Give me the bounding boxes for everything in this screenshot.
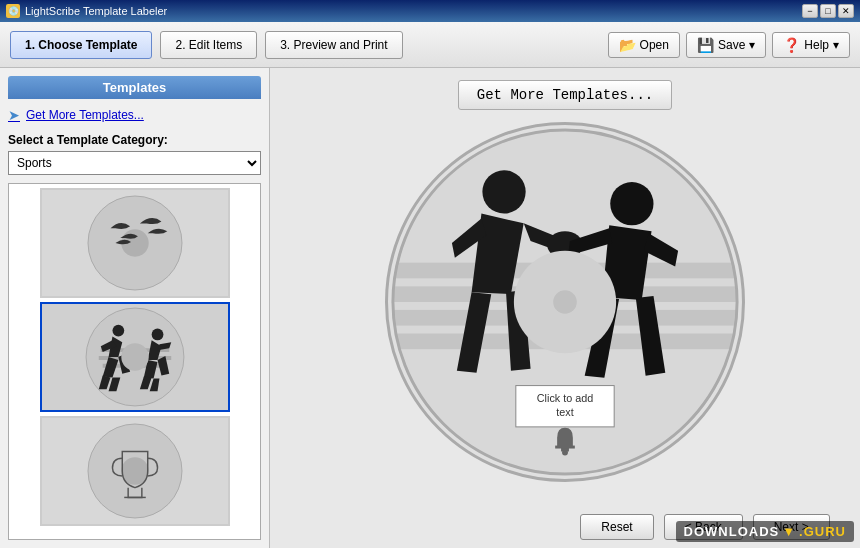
- svg-rect-29: [555, 446, 575, 449]
- template-list: [8, 183, 261, 540]
- cd-stripes-svg: Click to add text: [388, 125, 742, 479]
- svg-point-8: [112, 325, 124, 337]
- svg-point-30: [562, 450, 568, 456]
- svg-text:text: text: [556, 406, 573, 418]
- title-bar: 💿 LightScribe Template Labeler − □ ✕: [0, 0, 860, 22]
- svg-point-22: [610, 182, 653, 225]
- right-panel: Get More Templates...: [270, 68, 860, 548]
- save-dropdown-icon[interactable]: ▾: [749, 38, 755, 52]
- template-item-3[interactable]: [40, 416, 230, 526]
- watermark-guru: .GURU: [799, 524, 846, 539]
- help-dropdown-icon[interactable]: ▾: [833, 38, 839, 52]
- window-title: LightScribe Template Labeler: [25, 5, 167, 17]
- step2-button[interactable]: 2. Edit Items: [160, 31, 257, 59]
- open-button[interactable]: 📂 Open: [608, 32, 680, 58]
- category-label: Select a Template Category:: [8, 133, 261, 147]
- svg-point-9: [151, 329, 163, 341]
- watermark-icon: ▼: [782, 524, 796, 539]
- get-more-link[interactable]: ➤ Get More Templates...: [8, 105, 261, 125]
- category-select[interactable]: Sports Music Movies Travel Abstract Holi…: [8, 151, 261, 175]
- app-icon: 💿: [6, 4, 20, 18]
- left-panel: Templates ➤ Get More Templates... Select…: [0, 68, 270, 548]
- help-icon: ❓: [783, 37, 800, 53]
- watermark: DOWNLOADS ▼ .GURU: [676, 521, 854, 542]
- get-more-top-button[interactable]: Get More Templates...: [458, 80, 672, 110]
- template-scroll-area[interactable]: [9, 184, 260, 539]
- open-label: Open: [640, 38, 669, 52]
- save-icon: 💾: [697, 37, 714, 53]
- folder-icon: 📂: [619, 37, 636, 53]
- arrow-icon: ➤: [8, 107, 20, 123]
- svg-point-10: [121, 343, 148, 370]
- svg-point-24: [553, 290, 577, 314]
- get-more-text: Get More Templates...: [26, 108, 144, 122]
- close-button[interactable]: ✕: [838, 4, 854, 18]
- svg-text:Click to add: Click to add: [537, 392, 593, 404]
- title-bar-left: 💿 LightScribe Template Labeler: [6, 4, 167, 18]
- main-content: Templates ➤ Get More Templates... Select…: [0, 68, 860, 548]
- restore-button[interactable]: □: [820, 4, 836, 18]
- template-item-1[interactable]: [40, 188, 230, 298]
- template-item-2[interactable]: [40, 302, 230, 412]
- svg-point-20: [482, 170, 525, 213]
- title-bar-controls: − □ ✕: [802, 4, 854, 18]
- minimize-button[interactable]: −: [802, 4, 818, 18]
- step1-button[interactable]: 1. Choose Template: [10, 31, 152, 59]
- toolbar: 1. Choose Template 2. Edit Items 3. Prev…: [0, 22, 860, 68]
- step3-button[interactable]: 3. Preview and Print: [265, 31, 402, 59]
- templates-header: Templates: [8, 76, 261, 99]
- cd-preview-container: Click to add text: [385, 122, 745, 482]
- toolbar-right: 📂 Open 💾 Save ▾ ❓ Help ▾: [608, 32, 850, 58]
- help-label: Help: [804, 38, 829, 52]
- save-label: Save: [718, 38, 745, 52]
- help-button[interactable]: ❓ Help ▾: [772, 32, 850, 58]
- cd-preview: Click to add text: [385, 122, 745, 482]
- save-button[interactable]: 💾 Save ▾: [686, 32, 766, 58]
- watermark-text: DOWNLOADS: [684, 524, 780, 539]
- reset-button[interactable]: Reset: [580, 514, 653, 540]
